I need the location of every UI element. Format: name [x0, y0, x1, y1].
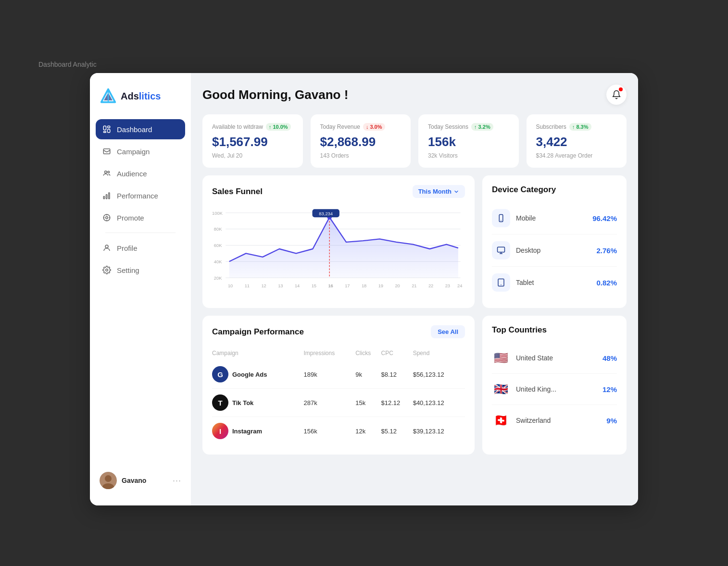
card-header: Top Countries: [492, 325, 617, 335]
svg-text:100K: 100K: [212, 210, 223, 216]
device-name: Tablet: [516, 279, 590, 286]
col-cpc: CPC: [381, 346, 413, 360]
sidebar-item-audience[interactable]: Audience: [96, 163, 185, 184]
page-title: Dashboard Analytic: [38, 61, 97, 68]
stat-card-revenue: Today Revenue ↓ 3.0% $2,868.99 143 Order…: [311, 114, 411, 168]
instagram-icon: I: [212, 423, 228, 439]
main-content: Good Morning, Gavano ! Available to witd…: [191, 73, 638, 505]
device-item-tablet: Tablet 0.82%: [492, 267, 617, 298]
stat-value: $1,567.99: [212, 135, 293, 149]
svg-text:20: 20: [395, 283, 400, 288]
table-row: T Tik Tok 287k 15k $12.12 $40,123.12: [212, 389, 465, 417]
svg-rect-10: [103, 197, 104, 199]
svg-text:23: 23: [445, 283, 450, 288]
device-category-title: Device Category: [492, 185, 556, 195]
country-list: 🇺🇸 United State 48% 🇬🇧 United King... 12…: [492, 343, 617, 436]
svg-rect-7: [103, 149, 110, 154]
sidebar-item-setting[interactable]: Setting: [96, 260, 185, 280]
device-pct: 0.82%: [596, 279, 617, 287]
profile-icon: [102, 244, 111, 252]
svg-text:60K: 60K: [214, 243, 222, 248]
nav-divider: [105, 233, 176, 233]
sidebar-item-label: Promote: [117, 214, 144, 222]
top-countries-title: Top Countries: [492, 325, 547, 335]
logo-text: Adslitics: [121, 91, 161, 102]
svg-text:17: 17: [345, 283, 350, 288]
performance-icon: [102, 191, 111, 200]
svg-point-14: [106, 217, 108, 219]
svg-text:12: 12: [261, 283, 266, 288]
top-countries-card: Top Countries 🇺🇸 United State 48% 🇬🇧 Uni…: [482, 316, 627, 455]
bottom-row: Campaign Performance See All Campaign Im…: [202, 316, 627, 455]
svg-text:15: 15: [312, 283, 316, 288]
google-ads-icon: G: [212, 366, 228, 382]
tiktok-icon: T: [212, 394, 228, 411]
stat-sub: Wed, Jul 20: [212, 152, 293, 159]
stat-label: Today Sessions ↑ 3.2%: [428, 123, 509, 131]
platform-cell: G Google Ads: [212, 366, 304, 382]
logo: Adslitics: [90, 83, 191, 119]
dashboard-container: Adslitics Dashboard Campaign: [90, 73, 638, 505]
notification-button[interactable]: [606, 85, 627, 105]
svg-rect-11: [106, 195, 107, 199]
sidebar-item-label: Audience: [117, 170, 147, 178]
stat-card-subscribers: Subscribers ↑ 8.3% 3,422 $34.28 Average …: [527, 114, 627, 168]
country-item-uk: 🇬🇧 United King... 12%: [492, 374, 617, 405]
country-item-ch: 🇨🇭 Switzerland 9%: [492, 405, 617, 436]
sidebar-item-dashboard[interactable]: Dashboard: [96, 119, 185, 139]
svg-rect-55: [498, 247, 505, 252]
col-clicks: Clicks: [355, 346, 381, 360]
svg-rect-12: [109, 193, 110, 199]
campaign-performance-title: Campaign Performance: [212, 327, 304, 337]
svg-text:18: 18: [362, 283, 366, 288]
svg-point-8: [105, 171, 107, 173]
stat-value: $2,868.99: [320, 135, 402, 149]
see-all-button[interactable]: See All: [431, 325, 465, 338]
stat-sub: 143 Orders: [320, 152, 402, 159]
platform-cell: I Instagram: [212, 423, 304, 439]
stat-card-sessions: Today Sessions ↑ 3.2% 156k 32k Visitors: [418, 114, 519, 168]
user-menu-dots[interactable]: ···: [173, 476, 181, 486]
sidebar-item-profile[interactable]: Profile: [96, 238, 185, 258]
sidebar-item-label: Performance: [117, 192, 158, 200]
sidebar-item-campaign[interactable]: Campaign: [96, 141, 185, 161]
svg-text:21: 21: [412, 283, 416, 288]
svg-text:83,234: 83,234: [319, 211, 333, 216]
chevron-down-icon: [453, 189, 459, 195]
flag-ch: 🇨🇭: [492, 411, 510, 430]
audience-icon: [102, 169, 111, 178]
sidebar: Adslitics Dashboard Campaign: [90, 73, 191, 505]
sidebar-item-performance[interactable]: Performance: [96, 185, 185, 206]
avatar-image: [100, 472, 117, 489]
sales-funnel-chart: 100K 80K 60K 40K 20K 10 11 12 13 14 15 1…: [212, 206, 465, 292]
col-campaign: Campaign: [212, 346, 304, 360]
svg-point-19: [105, 245, 108, 248]
stat-value: 3,422: [536, 135, 617, 149]
svg-point-59: [501, 284, 502, 285]
stat-label: Subscribers ↑ 8.3%: [536, 123, 617, 131]
stats-row: Available to witdraw ↑ 10.0% $1,567.99 W…: [202, 114, 627, 168]
device-item-desktop: Desktop 2.76%: [492, 234, 617, 267]
setting-icon: [102, 266, 111, 274]
month-selector-button[interactable]: This Month: [413, 185, 465, 198]
svg-point-20: [106, 269, 108, 271]
col-impressions: Impressions: [304, 346, 356, 360]
table-row: I Instagram 156k 12k $5.12 $39,123.12: [212, 417, 465, 445]
sidebar-item-promote[interactable]: Promote: [96, 208, 185, 228]
svg-rect-6: [103, 132, 106, 133]
svg-rect-5: [108, 129, 110, 133]
sidebar-item-label: Campaign: [117, 148, 150, 156]
stat-sub: $34.28 Average Order: [536, 152, 617, 159]
platform-cell: T Tik Tok: [212, 394, 304, 411]
svg-text:20K: 20K: [214, 275, 222, 281]
campaign-performance-card: Campaign Performance See All Campaign Im…: [202, 316, 475, 455]
bell-icon: [612, 90, 621, 99]
flag-us: 🇺🇸: [492, 349, 510, 367]
campaign-table: Campaign Impressions Clicks CPC Spend G: [212, 346, 465, 445]
sidebar-item-label: Dashboard: [117, 125, 152, 134]
dashboard-icon: [102, 125, 111, 134]
svg-text:19: 19: [378, 283, 383, 288]
user-area[interactable]: Gavano ···: [90, 465, 191, 496]
stat-sub: 32k Visitors: [428, 152, 509, 159]
campaign-icon: [102, 147, 111, 156]
